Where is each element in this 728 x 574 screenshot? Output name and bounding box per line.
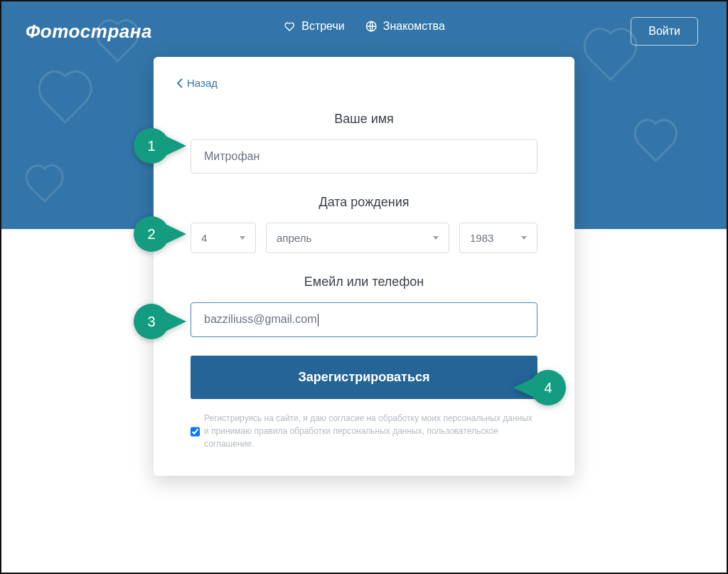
callout-3-bubble: 3 [134, 304, 169, 339]
chevron-down-icon [433, 236, 439, 240]
back-link[interactable]: Назад [176, 77, 218, 89]
text-cursor [318, 314, 318, 326]
contact-value: bazziliuss@gmail.com [204, 313, 317, 325]
callout-2-bubble: 2 [134, 216, 169, 252]
nav-dating[interactable]: Знакомства [365, 20, 445, 33]
callout-1: 1 [134, 128, 186, 164]
consent-block: Регистрируясь на сайте, я даю согласие н… [191, 412, 537, 450]
dob-year-select[interactable]: 1983 [459, 223, 537, 253]
callout-4-bubble: 4 [530, 370, 566, 405]
dob-row: 4 апрель 1983 [191, 223, 537, 253]
chevron-down-icon [240, 236, 245, 240]
callout-4: 4 [513, 370, 566, 405]
dob-day-select[interactable]: 4 [191, 223, 256, 253]
callout-2: 2 [134, 216, 186, 252]
globe-icon [365, 20, 378, 33]
dob-year-value: 1983 [470, 232, 493, 244]
dob-month-value: апрель [277, 232, 311, 244]
contact-label: Емейл или телефон [191, 275, 537, 289]
chevron-down-icon [521, 236, 527, 240]
back-label: Назад [187, 77, 218, 89]
heart-icon [283, 20, 296, 33]
dob-label: Дата рождения [191, 195, 537, 210]
nav-dating-label: Знакомства [383, 20, 445, 33]
dob-day-value: 4 [201, 232, 207, 244]
name-input[interactable] [191, 139, 537, 174]
callout-1-bubble: 1 [134, 128, 169, 164]
top-nav: Встречи Знакомства [283, 20, 445, 33]
callout-3: 3 [134, 304, 186, 339]
top-bar: Фотострана Встречи Знакомства Войти [1, 1, 727, 46]
brand-logo: Фотострана [26, 21, 152, 43]
name-label: Ваше имя [191, 112, 537, 127]
login-button[interactable]: Войти [631, 17, 698, 46]
contact-input[interactable]: bazziliuss@gmail.com [191, 302, 537, 337]
signup-card: Назад Ваше имя Дата рождения 4 апрель 19… [154, 57, 574, 476]
dob-month-select[interactable]: апрель [266, 223, 449, 253]
nav-meetings-label: Встречи [301, 20, 345, 33]
submit-button[interactable]: Зарегистрироваться [191, 356, 537, 399]
nav-meetings[interactable]: Встречи [283, 20, 345, 33]
chevron-left-icon [176, 78, 183, 88]
consent-text: Регистрируясь на сайте, я даю согласие н… [204, 412, 537, 450]
consent-checkbox[interactable] [191, 413, 200, 450]
